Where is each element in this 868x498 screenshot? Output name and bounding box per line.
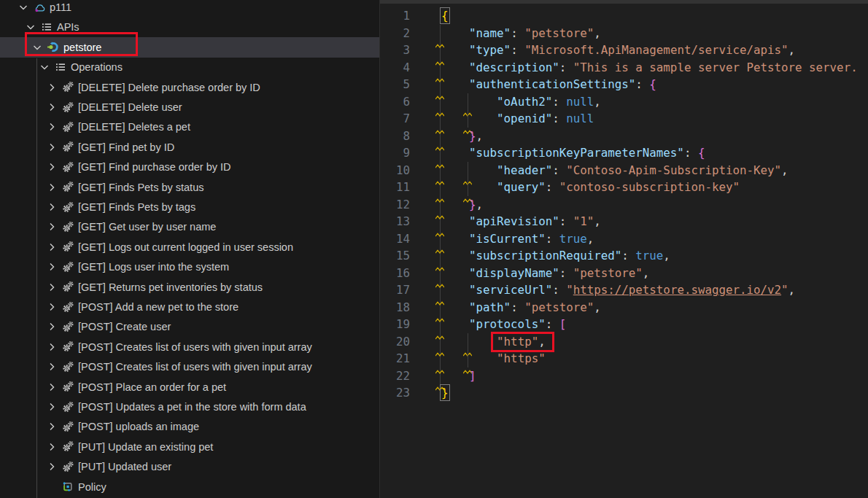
tree-item-post-add-a-new-pet-to-the-store[interactable]: [POST] Add a new pet to the store [0,297,379,317]
tree-item-get-find-purchase-order-by-id[interactable]: [GET] Find purchase order by ID [0,157,379,177]
code-line-18[interactable]: "path": "petstore", [441,299,858,316]
code-line-2[interactable]: "name": "petstore", [441,25,858,42]
line-number: 3 [380,42,410,59]
bracket-match: } [441,386,449,400]
code-line-20[interactable]: "http", [441,333,858,351]
chevron-right-icon[interactable] [46,461,58,472]
code-line-1[interactable]: { [441,7,858,25]
tree-item-put-update-an-existing-pet[interactable]: [PUT] Update an existing pet [0,437,379,457]
bracket-match: { [441,9,449,23]
tree-item-get-logs-user-into-the-system[interactable]: [GET] Logs user into the system [0,257,379,277]
tree-item-petstore[interactable]: petstore [0,37,379,58]
tree-item-get-get-user-by-user-name[interactable]: [GET] Get user by user name [0,217,379,237]
chevron-down-icon[interactable] [39,61,50,73]
token-s: "Microsoft.ApiManagement/service/apis" [524,43,788,57]
line-number: 23 [380,384,410,402]
tree-item-label: petstore [63,42,101,53]
tree-item-post-creates-list-of-users-with-given-input-array[interactable]: [POST] Creates list of users with given … [0,357,379,377]
tree-item-post-updates-a-pet-in-the-store-with-form-data[interactable]: [POST] Updates a pet in the store with f… [0,397,379,417]
tree-item-post-uploads-an-image[interactable]: [POST] uploads an image [0,416,379,437]
chevron-right-icon[interactable] [46,241,58,253]
code-line-23[interactable]: } [441,384,858,402]
tree-item-p111[interactable]: p111 [0,0,379,17]
tree-item-post-creates-list-of-users-with-given-input-array[interactable]: [POST] Creates list of users with given … [0,337,379,357]
tree-item-policy[interactable]: Policy [0,477,379,497]
api-icon [47,42,59,53]
code-line-8[interactable]: }, [441,128,858,145]
tree-item-delete-delete-purchase-order-by-id[interactable]: [DELETE] Delete purchase order by ID [0,77,379,98]
chevron-right-icon[interactable] [46,421,58,432]
code-line-16[interactable]: "displayName": "petstore", [441,265,858,282]
token-w [441,180,497,194]
token-s: "petstore" [573,266,643,280]
token-s: " [566,283,573,297]
chevron-right-icon[interactable] [46,401,58,413]
chevron-right-icon[interactable] [46,201,58,213]
tree-item-post-place-an-order-for-a-pet[interactable]: [POST] Place an order for a pet [0,377,379,397]
tree-item-apis[interactable]: APIs [0,17,379,37]
tree-item-get-finds-pets-by-status[interactable]: [GET] Finds Pets by status [0,177,379,198]
chevron-right-icon[interactable] [46,101,58,113]
gears-icon [62,381,74,393]
code-line-14[interactable]: "isCurrent": true, [441,230,858,248]
code-line-3[interactable]: "type": "Microsoft.ApiManagement/service… [441,42,858,59]
editor-top-strip [380,0,868,4]
code-line-10[interactable]: "header": "Contoso-Apim-Subscription-Key… [441,162,858,179]
token-k: "apiRevision" [469,214,559,228]
tree-item-get-find-pet-by-id[interactable]: [GET] Find pet by ID [0,137,379,157]
editor-pane[interactable]: 1234567891011121314151617181920212223 { … [379,0,868,498]
chevron-right-icon[interactable] [46,381,58,393]
chevron-right-icon[interactable] [46,301,58,313]
chevron-right-icon[interactable] [46,221,58,233]
code-line-11[interactable]: "query": "contoso-subscription-key" [441,179,858,196]
tree-item-label: [DELETE] Deletes a pet [78,121,190,133]
code-line-12[interactable]: }, [441,196,858,214]
chevron-down-icon[interactable] [25,21,36,33]
chevron-right-icon[interactable] [46,182,58,193]
code-line-7[interactable]: "openid": null [441,110,858,128]
tree-item-get-logs-out-current-logged-in-user-session[interactable]: [GET] Logs out current logged in user se… [0,237,379,257]
line-number: 21 [380,350,410,367]
chevron-right-icon[interactable] [46,321,58,332]
chevron-right-icon[interactable] [46,261,58,273]
tree-item-delete-delete-user[interactable]: [DELETE] Delete user [0,97,379,117]
code-line-19[interactable]: "protocols": [ [441,316,858,333]
tree-item-delete-deletes-a-pet[interactable]: [DELETE] Deletes a pet [0,117,379,137]
token-p: : [552,163,566,177]
token-p: : [511,300,524,314]
tree-item-get-finds-pets-by-tags[interactable]: [GET] Finds Pets by tags [0,197,379,217]
tree-item-label: [GET] Finds Pets by tags [78,201,195,213]
chevron-right-icon[interactable] [46,82,58,93]
chevron-right-icon[interactable] [46,441,58,453]
code-line-15[interactable]: "subscriptionRequired": true, [441,247,858,265]
token-p: , [587,232,594,246]
code-line-4[interactable]: "description": "This is a sample server … [441,59,858,77]
token-k: "name" [469,26,511,40]
json-code-area[interactable]: { "name": "petstore", "type": "Microsoft… [441,7,858,402]
chevron-right-icon[interactable] [46,361,58,373]
chevron-right-icon[interactable] [46,141,58,153]
tree-item-put-updated-user[interactable]: [PUT] Updated user [0,456,379,477]
code-line-22[interactable]: ] [441,367,858,385]
tree-item-operations[interactable]: Operations [0,57,379,77]
chevron-down-icon[interactable] [18,1,29,13]
token-n: null [566,95,594,109]
code-line-9[interactable]: "subscriptionKeyParameterNames": { [441,144,858,162]
code-line-21[interactable]: "https" [441,350,858,367]
token-w [441,300,469,314]
code-line-6[interactable]: "oAuth2": null, [441,93,858,111]
code-line-13[interactable]: "apiRevision": "1", [441,213,858,230]
token-w [441,317,469,331]
chevron-down-icon[interactable] [31,42,43,53]
token-k: "serviceUrl" [469,283,552,297]
token-p: , [788,283,796,297]
code-line-5[interactable]: "authenticationSettings": { [441,76,858,93]
chevron-right-icon[interactable] [46,161,58,173]
chevron-right-icon[interactable] [46,281,58,293]
token-w [441,351,497,365]
tree-item-get-returns-pet-inventories-by-status[interactable]: [GET] Returns pet inventories by status [0,277,379,297]
tree-item-post-create-user[interactable]: [POST] Create user [0,316,379,337]
chevron-right-icon[interactable] [46,121,58,133]
code-line-17[interactable]: "serviceUrl": "https://petstore.swagger.… [441,281,858,299]
chevron-right-icon[interactable] [46,341,58,353]
